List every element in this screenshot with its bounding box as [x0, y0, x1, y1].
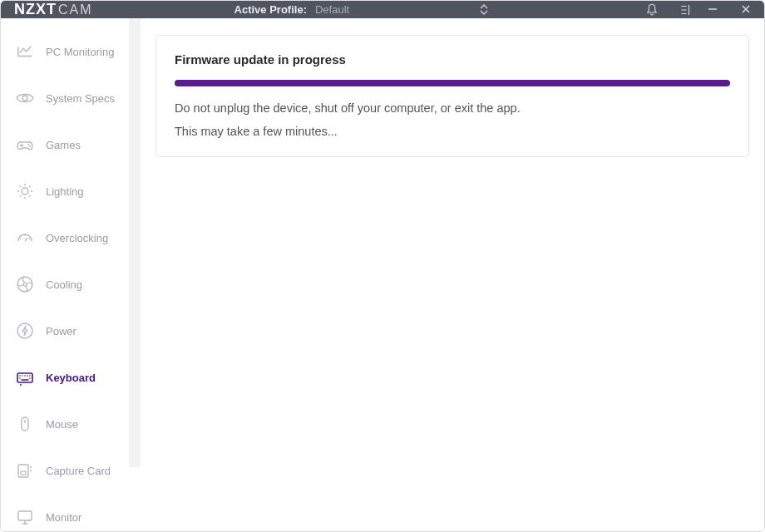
- content-area: Firmware update in progress Do not unplu…: [141, 18, 764, 532]
- svg-point-5: [23, 283, 27, 286]
- close-button[interactable]: [741, 2, 751, 17]
- profile-dropdown-toggle[interactable]: [480, 4, 488, 15]
- svg-rect-9: [22, 417, 28, 431]
- firmware-update-card: Firmware update in progress Do not unplu…: [155, 35, 749, 157]
- sidebar-item-monitor[interactable]: Monitor: [1, 494, 141, 532]
- window-controls: [708, 2, 751, 17]
- card-warning-text: Do not unplug the device, shut off your …: [175, 101, 730, 115]
- sidebar-scrollbar[interactable]: [132, 18, 137, 467]
- sidebar-item-label: Overclocking: [46, 232, 108, 244]
- sidebar-item-label: Cooling: [46, 278, 82, 291]
- svg-rect-12: [18, 511, 32, 520]
- minimize-button[interactable]: [708, 2, 718, 17]
- keyboard-icon: [14, 367, 36, 387]
- sidebar-item-label: Games: [46, 139, 81, 151]
- app-body: PC Monitoring System Specs Games Lightin…: [1, 18, 764, 532]
- svg-point-8: [20, 384, 22, 386]
- svg-point-0: [22, 96, 27, 101]
- sidebar-item-lighting[interactable]: Lighting: [1, 168, 141, 214]
- svg-rect-11: [21, 471, 26, 475]
- gamepad-icon: [14, 135, 36, 155]
- sidebar-item-games[interactable]: Games: [1, 121, 141, 168]
- titlebar-icons: [644, 2, 693, 17]
- eye-icon: [14, 88, 36, 108]
- capture-card-icon: [14, 461, 36, 480]
- sidebar-item-label: Keyboard: [46, 372, 96, 384]
- app-window: NZXT CAM Active Profile: Default: [0, 0, 765, 532]
- sidebar-item-label: System Specs: [46, 92, 115, 105]
- minimize-icon: [708, 4, 718, 14]
- card-wait-text: This may take a few minutes...: [175, 125, 730, 138]
- sidebar-item-capture-card[interactable]: Capture Card: [1, 447, 141, 494]
- mouse-icon: [14, 414, 36, 434]
- logo-text-bold: NZXT: [14, 1, 57, 18]
- app-logo: NZXT CAM: [14, 1, 93, 18]
- sidebar-item-label: Power: [46, 325, 76, 337]
- gauge-icon: [14, 228, 36, 248]
- sidebar-item-pc-monitoring[interactable]: PC Monitoring: [1, 28, 141, 75]
- sidebar-item-system-specs[interactable]: System Specs: [1, 75, 141, 121]
- gamesense-button[interactable]: [678, 2, 693, 17]
- active-profile-value[interactable]: Default: [315, 3, 465, 16]
- chart-icon: [14, 42, 36, 61]
- titlebar: NZXT CAM Active Profile: Default: [1, 1, 764, 18]
- svg-point-6: [17, 323, 32, 338]
- sidebar-item-label: PC Monitoring: [46, 46, 114, 58]
- sidebar-item-label: Mouse: [46, 418, 78, 431]
- sidebar-item-label: Capture Card: [46, 465, 111, 477]
- sidebar-item-cooling[interactable]: Cooling: [1, 261, 141, 308]
- sidebar-item-mouse[interactable]: Mouse: [1, 401, 141, 447]
- bolt-icon: [14, 321, 36, 341]
- sidebar-item-label: Lighting: [46, 185, 84, 198]
- card-title: Firmware update in progress: [175, 52, 730, 66]
- sidebar-item-overclocking[interactable]: Overclocking: [1, 214, 141, 261]
- sidebar: PC Monitoring System Specs Games Lightin…: [1, 18, 141, 532]
- sidebar-item-keyboard[interactable]: Keyboard: [1, 354, 141, 401]
- svg-point-3: [22, 188, 28, 195]
- active-profile-label: Active Profile:: [234, 3, 307, 16]
- sidebar-item-power[interactable]: Power: [1, 308, 141, 354]
- svg-point-4: [17, 277, 32, 292]
- logo-text-thin: CAM: [58, 2, 93, 17]
- titlebar-center: Active Profile: Default: [93, 3, 644, 16]
- chevron-up-icon: [480, 4, 488, 9]
- monitor-icon: [14, 507, 36, 527]
- close-icon: [741, 4, 751, 14]
- bell-icon: [644, 2, 659, 17]
- sidebar-item-label: Monitor: [46, 511, 81, 524]
- chevron-down-icon: [480, 10, 488, 15]
- notifications-button[interactable]: [644, 2, 659, 17]
- panel-right-icon: [678, 2, 693, 17]
- fan-icon: [14, 274, 36, 294]
- svg-point-1: [27, 144, 29, 145]
- progress-bar: [175, 80, 730, 86]
- svg-point-2: [29, 145, 31, 147]
- sun-icon: [14, 181, 36, 201]
